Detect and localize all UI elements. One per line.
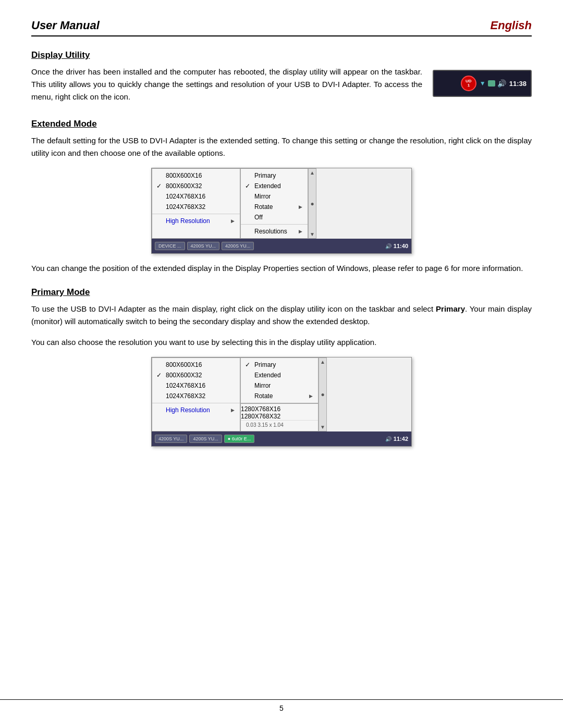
options-separator: [241, 224, 308, 225]
primary-menu-inner: 800X600X16 800X600X32 1024X768X16 1024X7…: [152, 357, 411, 431]
high-resolution-item[interactable]: High Resolution: [152, 216, 240, 226]
primary-taskbar-btn-2[interactable]: 4200S YU...: [189, 435, 222, 443]
scroll-circle-icon: ●: [310, 200, 314, 207]
primary-taskbar-btn-3[interactable]: ● 6ut0r E...: [224, 435, 254, 443]
resolution-submenu: 800X600X16 800X600X32 1024X768X16 1024X7…: [152, 168, 240, 239]
option-extended[interactable]: Extended: [241, 181, 308, 191]
pres-800x600x32[interactable]: 800X600X32: [152, 370, 240, 380]
primary-taskbar-right: 🔊 11:42: [385, 436, 408, 442]
popt-mirror[interactable]: Mirror: [241, 380, 318, 391]
primary-mode-text1: To use the USB to DVI-I Adapter as the m…: [31, 303, 532, 328]
primary-options-submenu: Primary Extended Mirror Rotate: [240, 357, 319, 403]
display-utility-content: Once the driver has been installed and t…: [31, 66, 532, 103]
primary-mode-screenshot: 800X600X16 800X600X32 1024X768X16 1024X7…: [151, 357, 412, 447]
primary-taskbar-left: 4200S YU... 4200S YU... ● 6ut0r E...: [155, 435, 254, 443]
sub-resolution-panel: 1280X768X16 1280X768X32 0.03 3.15 x 1.04: [240, 403, 319, 431]
extended-note: You can change the position of the exten…: [31, 262, 532, 275]
taskbar-left: DEVICE ... 4200S YU... 4200S YU...: [155, 242, 254, 250]
taskbar-screenshot: UD1 ▼ 🔊 11:38: [433, 70, 532, 97]
primary-mode-title: Primary Mode: [31, 287, 532, 298]
page: User Manual English Display Utility Once…: [0, 0, 563, 728]
taskbar-right: 🔊 11:40: [385, 243, 408, 249]
primary-scrollbar[interactable]: ▲ ● ▼: [319, 357, 327, 431]
primary-taskbar-icons: 🔊: [385, 436, 391, 442]
primary-resolution-submenu: 800X600X16 800X600X32 1024X768X16 1024X7…: [152, 357, 240, 431]
menu-separator: [152, 214, 240, 214]
sub-res-1280x768x16[interactable]: 1280X768X16: [241, 405, 318, 413]
pscroll-circle-icon: ●: [321, 391, 324, 398]
pscroll-up-icon[interactable]: ▲: [320, 359, 325, 365]
pres-1024x768x16[interactable]: 1024X768X16: [152, 380, 240, 391]
option-resolutions[interactable]: Resolutions: [241, 226, 308, 237]
usb-icon: UD1: [461, 76, 476, 91]
speaker-icon: 🔊: [497, 79, 506, 88]
primary-bold: Primary: [436, 304, 465, 313]
taskbar-btn-3[interactable]: 4200S YU...: [222, 242, 254, 250]
taskbar-icons: ▼ 🔊: [480, 79, 506, 88]
option-off[interactable]: Off: [241, 212, 308, 223]
network-icon: [488, 80, 495, 87]
scrollbar[interactable]: ▲ ● ▼: [308, 168, 316, 239]
page-footer: 5: [0, 699, 563, 712]
scroll-down-icon[interactable]: ▼: [310, 231, 315, 237]
taskbar-time: 11:38: [509, 80, 527, 88]
primary-mode-section: Primary Mode To use the USB to DVI-I Ada…: [31, 287, 532, 447]
extended-screenshot-taskbar: DEVICE ... 4200S YU... 4200S YU... 🔊 11:…: [152, 239, 411, 253]
taskbar-btn-1[interactable]: DEVICE ...: [155, 242, 185, 250]
extended-menu-inner: 800X600X16 800X600X32 1024X768X16 1024X7…: [152, 168, 411, 239]
res-1024x768x16[interactable]: 1024X768X16: [152, 191, 240, 202]
option-primary[interactable]: Primary: [241, 170, 308, 181]
options-submenu: Primary Extended Mirror Rotate Off: [240, 168, 308, 239]
display-utility-section: Display Utility Once the driver has been…: [31, 50, 532, 103]
primary-taskbar-btn-1[interactable]: 4200S YU...: [155, 435, 187, 443]
primary-separator: [152, 403, 240, 403]
primary-mode-text2: You can also choose the resolution you w…: [31, 336, 532, 349]
display-utility-title: Display Utility: [31, 50, 532, 60]
extended-mode-section: Extended Mode The default setting for th…: [31, 119, 532, 275]
primary-high-resolution[interactable]: High Resolution: [152, 405, 240, 415]
taskbar-icons-right: 🔊: [385, 243, 391, 249]
popt-primary[interactable]: Primary: [241, 360, 318, 370]
page-number: 5: [279, 704, 284, 712]
header-right: English: [491, 19, 532, 32]
extended-mode-screenshot: 800X600X16 800X600X32 1024X768X16 1024X7…: [151, 168, 412, 254]
popt-extended[interactable]: Extended: [241, 370, 318, 380]
primary-screenshot-taskbar: 4200S YU... 4200S YU... ● 6ut0r E... 🔊 1…: [152, 431, 411, 446]
display-utility-text: Once the driver has been installed and t…: [31, 66, 422, 103]
header-left: User Manual: [31, 19, 100, 32]
res-800x600x16[interactable]: 800X600X16: [152, 170, 240, 181]
pres-800x600x16[interactable]: 800X600X16: [152, 360, 240, 370]
primary-taskbar-time: 11:42: [394, 436, 408, 442]
extended-mode-screenshot-wrapper: 800X600X16 800X600X32 1024X768X16 1024X7…: [31, 168, 532, 254]
scroll-up-icon[interactable]: ▲: [310, 170, 315, 176]
down-arrow-icon: ▼: [480, 80, 486, 87]
pres-1024x768x32[interactable]: 1024X768X32: [152, 391, 240, 401]
option-mirror[interactable]: Mirror: [241, 191, 308, 202]
option-rotate[interactable]: Rotate: [241, 202, 308, 212]
popt-rotate[interactable]: Rotate: [241, 391, 318, 401]
taskbar-time-ext: 11:40: [394, 243, 408, 249]
pscroll-down-icon[interactable]: ▼: [320, 424, 325, 430]
size-note: 0.03 3.15 x 1.04: [241, 420, 318, 429]
taskbar-btn-2[interactable]: 4200S YU...: [187, 242, 219, 250]
primary-right-panel: Primary Extended Mirror Rotate: [240, 357, 319, 431]
primary-mode-screenshot-wrapper: 800X600X16 800X600X32 1024X768X16 1024X7…: [31, 357, 532, 447]
sub-res-1280x768x32[interactable]: 1280X768X32: [241, 413, 318, 420]
res-800x600x32[interactable]: 800X600X32: [152, 181, 240, 191]
extended-mode-text: The default setting for the USB to DVI-I…: [31, 134, 532, 159]
page-header: User Manual English: [31, 19, 532, 36]
res-1024x768x32[interactable]: 1024X768X32: [152, 202, 240, 212]
extended-mode-title: Extended Mode: [31, 119, 532, 129]
usb-label: UD1: [466, 79, 472, 88]
